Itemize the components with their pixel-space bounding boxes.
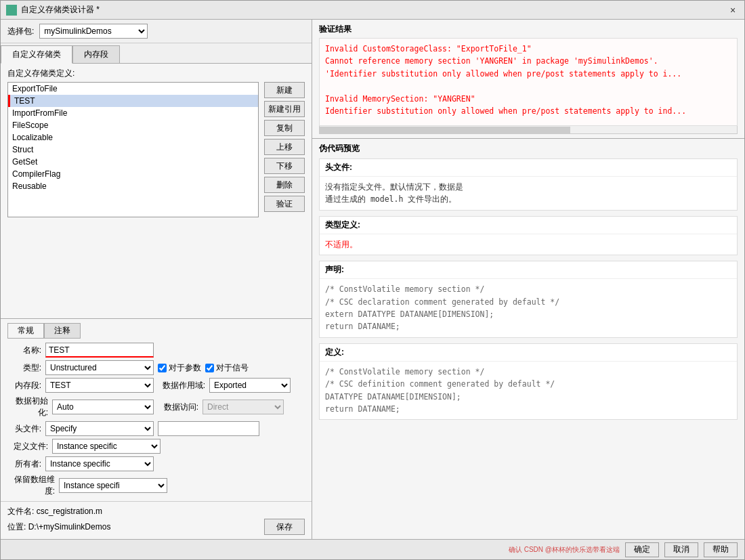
list-buttons: 新建 新建引用 复制 上移 下移 删除 验证: [264, 82, 305, 217]
header-select[interactable]: Specify: [45, 421, 154, 436]
declaration-content: /* ConstVolatile memory section */ /* CS…: [325, 284, 559, 331]
header-label: 头文件:: [7, 423, 41, 435]
param-checkbox[interactable]: [158, 364, 167, 372]
type-label: 类型:: [7, 362, 41, 374]
close-button[interactable]: ×: [727, 4, 739, 16]
data-scope-label: 数据作用域:: [158, 380, 205, 391]
header-file-input[interactable]: [158, 421, 259, 436]
name-label: 名称:: [7, 345, 41, 356]
list-item[interactable]: Reusable: [8, 180, 258, 192]
package-row: 选择包: mySimulinkDemos: [1, 20, 312, 43]
package-label: 选择包:: [7, 26, 34, 37]
confirm-button[interactable]: 确定: [625, 542, 659, 557]
delete-button[interactable]: 删除: [264, 177, 305, 193]
signal-checkbox[interactable]: [205, 364, 214, 372]
declaration-block-body: /* ConstVolatile memory section */ /* CS…: [320, 279, 737, 337]
definition-block-title: 定义:: [320, 344, 737, 362]
typedef-content: 不适用。: [325, 240, 358, 249]
validation-content: Invalid CustomStorageClass: "ExportToFil…: [325, 43, 731, 117]
title-bar: 自定义存储类设计器 * ×: [1, 1, 744, 20]
list-area: ExportToFile TEST ImportFromFile FileSco…: [7, 82, 305, 217]
validation-box: Invalid CustomStorageClass: "ExportToFil…: [319, 38, 738, 126]
declaration-block-title: 声明:: [320, 261, 737, 279]
definition-content: /* ConstVolatile memory section */ /* CS…: [325, 367, 555, 414]
owner-select[interactable]: Instance specific: [45, 456, 154, 471]
memory-label: 内存段:: [7, 380, 41, 391]
header-code-block: 头文件: 没有指定头文件。默认情况下，数据是 通过生成的 model.h 文件导…: [319, 158, 738, 211]
definition-block-body: /* ConstVolatile memory section */ /* CS…: [320, 362, 737, 420]
location-label: 位置:: [7, 522, 26, 532]
type-select[interactable]: Unstructured: [45, 360, 154, 375]
move-up-button[interactable]: 上移: [264, 139, 305, 155]
preview-section: 伪代码预览 头文件: 没有指定头文件。默认情况下，数据是 通过生成的 model…: [312, 139, 744, 539]
list-item[interactable]: Localizable: [8, 131, 258, 144]
tab-memory[interactable]: 内存段: [72, 45, 120, 63]
list-item[interactable]: CompilerFlag: [8, 168, 258, 180]
csc-section: 自定义存储类定义: ExportToFile TEST ImportFromFi…: [1, 64, 312, 318]
param-check-label[interactable]: 对于参数: [158, 362, 201, 374]
owner-label: 所有者:: [7, 458, 41, 470]
props-area: 常规 注释 名称: 类型: Unstructured: [1, 318, 312, 501]
definition-code-block: 定义: /* ConstVolatile memory section */ /…: [319, 343, 738, 421]
typedef-block-body: 不适用。: [320, 234, 737, 255]
props-tab-general[interactable]: 常规: [7, 323, 44, 339]
data-access-select: Direct: [203, 400, 284, 414]
header-block-text: 没有指定头文件。默认情况下，数据是 通过生成的 model.h 文件导出的。: [325, 182, 463, 204]
package-select[interactable]: mySimulinkDemos: [39, 24, 148, 39]
move-down-button[interactable]: 下移: [264, 158, 305, 174]
left-panel: 选择包: mySimulinkDemos 自定义存储类 内存段 自定义存储类定义…: [1, 20, 312, 539]
filename-value: csc_registration.m: [37, 507, 102, 516]
filename-label: 文件名:: [7, 507, 34, 516]
props-tabs: 常规 注释: [7, 323, 305, 339]
list-item[interactable]: GetSet: [8, 156, 258, 168]
location-value: D:\+mySimulinkDemos: [28, 522, 111, 532]
help-button[interactable]: 帮助: [704, 542, 738, 557]
list-item[interactable]: Struct: [8, 144, 258, 156]
app-icon: [6, 5, 17, 16]
init-label: 数据初始化:: [7, 395, 48, 418]
main-window: 自定义存储类设计器 * × 选择包: mySimulinkDemos 自定义存储…: [0, 0, 745, 560]
new-ref-button[interactable]: 新建引用: [264, 101, 305, 117]
define-select[interactable]: Instance specific: [52, 439, 161, 454]
new-button[interactable]: 新建: [264, 82, 305, 98]
header-block-body: 没有指定头文件。默认情况下，数据是 通过生成的 model.h 文件导出的。: [320, 177, 737, 210]
right-panel: 验证结果 Invalid CustomStorageClass: "Export…: [312, 20, 744, 539]
watermark: 确认 CSDN @杯杯的快乐选带看这端: [509, 545, 620, 555]
tab-bar: 自定义存储类 内存段: [1, 43, 312, 64]
name-input[interactable]: [45, 343, 154, 358]
list-item[interactable]: FileScope: [8, 119, 258, 131]
memory-select[interactable]: TEST: [45, 378, 154, 393]
main-content: 选择包: mySimulinkDemos 自定义存储类 内存段 自定义存储类定义…: [1, 20, 744, 539]
window-title: 自定义存储类设计器 *: [21, 4, 100, 16]
define-label: 定义文件:: [7, 441, 48, 452]
list-item-selected[interactable]: TEST: [8, 95, 258, 107]
list-item[interactable]: ExportToFile: [8, 83, 258, 95]
bottom-bar: 确认 CSDN @杯杯的快乐选带看这端 确定 取消 帮助: [1, 539, 744, 559]
validation-scrollbar[interactable]: [319, 126, 738, 134]
preserve-label: 保留数组维度:: [7, 474, 55, 497]
props-tab-comment[interactable]: 注释: [44, 323, 81, 339]
init-select[interactable]: Auto: [52, 400, 154, 414]
list-item[interactable]: ImportFromFile: [8, 107, 258, 119]
preserve-select[interactable]: Instance specifi: [59, 478, 167, 493]
validate-button[interactable]: 验证: [264, 196, 305, 212]
validation-section: 验证结果 Invalid CustomStorageClass: "Export…: [312, 20, 744, 139]
typedef-code-block: 类型定义: 不适用。: [319, 216, 738, 255]
declaration-code-block: 声明: /* ConstVolatile memory section */ /…: [319, 261, 738, 338]
title-bar-left: 自定义存储类设计器 *: [6, 4, 100, 16]
typedef-block-title: 类型定义:: [320, 217, 737, 234]
tab-csc[interactable]: 自定义存储类: [1, 45, 72, 64]
copy-button[interactable]: 复制: [264, 120, 305, 136]
cancel-button[interactable]: 取消: [664, 542, 698, 557]
header-block-title: 头文件:: [320, 159, 737, 177]
csc-section-label: 自定义存储类定义:: [7, 68, 305, 79]
data-scope-select[interactable]: Exported Direct: [209, 378, 291, 393]
preview-title: 伪代码预览: [319, 143, 738, 154]
signal-check-label[interactable]: 对于信号: [205, 362, 249, 374]
csc-list[interactable]: ExportToFile TEST ImportFromFile FileSco…: [7, 82, 259, 217]
save-button[interactable]: 保存: [264, 519, 305, 535]
bottom-info: 文件名: csc_registration.m 位置: D:\+mySimuli…: [1, 501, 312, 539]
validation-title: 验证结果: [319, 24, 738, 35]
data-access-label: 数据访问:: [158, 402, 198, 413]
